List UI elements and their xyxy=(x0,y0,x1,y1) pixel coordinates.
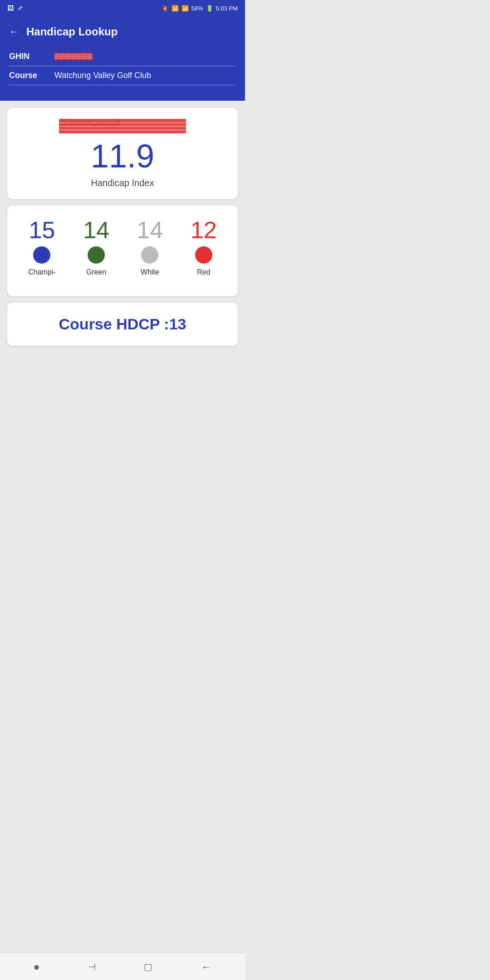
tee-circle-champion xyxy=(33,246,50,264)
wifi-icon: 📶 xyxy=(172,5,179,12)
tee-circle-white xyxy=(141,246,158,264)
battery-percent: 58% xyxy=(191,5,203,12)
tee-label-champion: Champi- xyxy=(28,268,55,276)
tee-label-green: Green xyxy=(86,268,106,276)
tee-number-white: 14 xyxy=(137,218,163,242)
time: 5:03 PM xyxy=(216,5,238,12)
back-button[interactable]: ← xyxy=(9,26,19,38)
status-icons-right: 🔇 📶 📶 58% 🔋 5:03 PM xyxy=(162,5,238,12)
course-value: Watchung Valley Golf Club xyxy=(54,71,151,80)
course-field: Course Watchung Valley Golf Club xyxy=(9,71,236,80)
course-hdcp-card: Course HDCP :13 xyxy=(7,303,238,346)
page-title: Handicap Lookup xyxy=(26,25,118,38)
course-label: Course xyxy=(9,71,45,80)
tee-ratings-card: 15 Champi- 14 Green 14 White 12 Red xyxy=(7,206,238,296)
tee-numbers-row: 15 Champi- 14 Green 14 White 12 Red xyxy=(15,218,230,276)
status-icons-left: 🖼 𝒫 xyxy=(7,5,21,12)
tee-number-red: 12 xyxy=(191,218,217,242)
header: ← Handicap Lookup GHIN 2265521 Course Wa… xyxy=(0,16,245,101)
main-content: ChampionLeague9 11.9 Handicap Index 15 C… xyxy=(0,101,245,353)
tee-number-champion: 15 xyxy=(29,218,55,242)
ghin-redact-bar xyxy=(54,53,93,60)
ghin-value-redacted: 2265521 xyxy=(54,52,93,61)
signal-icon: 📶 xyxy=(181,5,189,12)
battery-icon: 🔋 xyxy=(206,5,213,12)
tee-circle-red xyxy=(195,246,212,264)
tee-label-red: Red xyxy=(197,268,210,276)
tee-circle-green xyxy=(88,246,105,264)
ghin-divider xyxy=(9,66,236,66)
tee-item-green: 14 Green xyxy=(83,218,109,276)
course-divider xyxy=(9,85,236,85)
tee-item-red: 12 Red xyxy=(191,218,217,276)
ghin-label: GHIN xyxy=(9,52,45,61)
tee-item-white: 14 White xyxy=(137,218,163,276)
tee-label-white: White xyxy=(141,268,159,276)
player-name-redacted: ChampionLeague9 xyxy=(59,119,186,133)
image-icon: 🖼 xyxy=(7,5,14,12)
handicap-index-card: ChampionLeague9 11.9 Handicap Index xyxy=(7,108,238,199)
tee-item-champion: 15 Champi- xyxy=(28,218,55,276)
pinterest-icon: 𝒫 xyxy=(17,5,21,12)
mute-icon: 🔇 xyxy=(162,5,169,12)
course-hdcp-value: Course HDCP :13 xyxy=(59,315,186,333)
handicap-index-label: Handicap Index xyxy=(91,178,154,188)
handicap-index-value: 11.9 xyxy=(91,140,154,172)
header-title-row: ← Handicap Lookup xyxy=(9,25,236,38)
status-bar: 🖼 𝒫 🔇 📶 📶 58% 🔋 5:03 PM xyxy=(0,0,245,16)
tee-number-green: 14 xyxy=(83,218,109,242)
nav-spacer xyxy=(0,353,245,385)
ghin-field: GHIN 2265521 xyxy=(9,52,236,61)
